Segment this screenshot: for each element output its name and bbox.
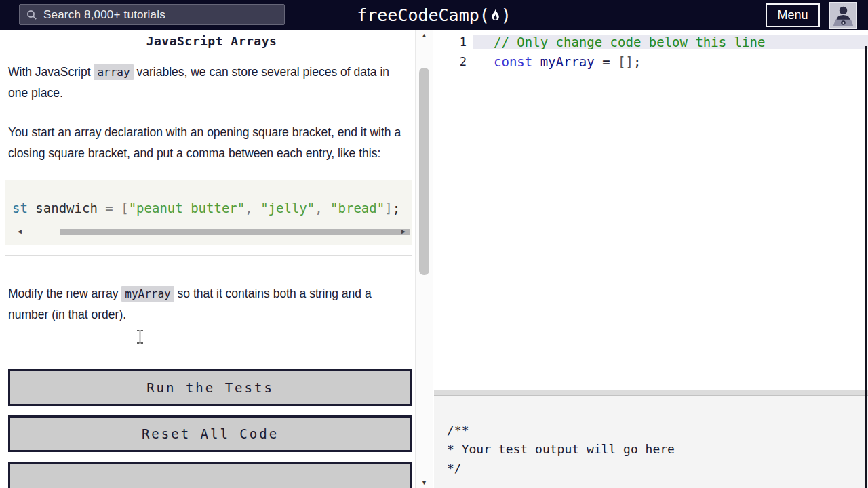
code-token: , <box>315 201 330 216</box>
logo-text-close: ) <box>501 5 511 25</box>
code-token <box>532 54 540 69</box>
output-line: */ <box>447 459 868 478</box>
scroll-right-arrow-icon[interactable]: ► <box>400 228 407 236</box>
page-scrollbar[interactable] <box>865 46 867 488</box>
code-token: "jelly" <box>260 201 315 216</box>
freecodecamp-logo[interactable]: freeCodeCamp( ) <box>357 0 511 30</box>
code-token: "bread" <box>330 201 384 216</box>
code-token: // Only change code below this line <box>494 35 765 49</box>
top-navbar: Search 8,000+ tutorials freeCodeCamp( ) … <box>0 0 868 30</box>
editor-code-line: const myArray = []; <box>473 54 868 69</box>
code-token: "peanut butter" <box>129 201 245 216</box>
paragraph-text: Modify the new array <box>8 287 121 300</box>
page-title: JavaScript Arrays <box>8 34 415 48</box>
divider <box>5 255 412 256</box>
editor-line: 1// Only change code below this line <box>434 32 868 52</box>
code-token <box>595 54 602 69</box>
code-token: myArray <box>540 54 595 69</box>
code-token <box>610 54 618 69</box>
horizontal-scrollbar-thumb[interactable] <box>60 229 410 235</box>
inline-code-array: array <box>94 64 133 80</box>
lesson-paragraph-3: Modify the new array myArray so that it … <box>8 283 410 325</box>
horizontal-scrollbar[interactable]: ◄ ► <box>12 228 412 236</box>
lesson-paragraph-2: You start an array declaration with an o… <box>8 122 410 164</box>
lesson-panel: JavaScript Arrays With JavaScript array … <box>0 30 433 488</box>
code-token <box>113 201 121 216</box>
code-token: ; <box>633 54 641 69</box>
scroll-left-arrow-icon[interactable]: ◄ <box>16 228 23 236</box>
divider <box>5 346 412 346</box>
code-token: sandwich <box>28 201 105 216</box>
example-code-block: st sandwich = ["peanut butter", "jelly",… <box>5 180 412 245</box>
avatar[interactable] <box>829 2 857 29</box>
logo-text: freeCodeCamp( <box>357 5 490 25</box>
lesson-content: JavaScript Arrays With JavaScript array … <box>0 30 415 488</box>
line-number: 1 <box>434 35 473 49</box>
ibeam-cursor <box>136 330 144 344</box>
lesson-buttons: Run the TestsReset All Code <box>8 369 415 488</box>
flame-icon <box>490 8 500 24</box>
code-token: const <box>494 54 532 69</box>
inline-code-myarray: myArray <box>121 286 174 302</box>
avatar-camper-icon <box>830 3 856 28</box>
vertical-scrollbar-thumb[interactable] <box>419 68 429 275</box>
scroll-up-arrow-icon[interactable]: ▲ <box>416 32 433 39</box>
reset-code-button[interactable]: Reset All Code <box>8 415 412 452</box>
example-code-line: st sandwich = ["peanut butter", "jelly",… <box>12 201 412 216</box>
output-line: /** <box>447 421 868 440</box>
code-token: [] <box>618 54 633 69</box>
editor-code-line: // Only change code below this line <box>473 35 868 49</box>
editor-line: 2const myArray = []; <box>434 52 868 71</box>
output-line: * Your test output will go here <box>447 440 868 459</box>
line-number: 2 <box>434 55 473 68</box>
editor-panel: 1// Only change code below this line2con… <box>434 30 868 488</box>
menu-button[interactable]: Menu <box>766 3 820 27</box>
search-placeholder: Search 8,000+ tutorials <box>43 8 165 22</box>
scroll-down-arrow-icon[interactable]: ▼ <box>416 479 433 486</box>
code-token: , <box>245 201 260 216</box>
lesson-paragraph-1: With JavaScript array variables, we can … <box>8 62 410 104</box>
panel-splitter[interactable] <box>434 390 868 396</box>
partially-visible-button[interactable] <box>8 462 412 488</box>
code-token: st <box>12 201 28 216</box>
code-token: = <box>105 201 113 216</box>
code-token: ] <box>384 201 392 216</box>
paragraph-text: With JavaScript <box>8 65 94 79</box>
code-editor[interactable]: 1// Only change code below this line2con… <box>434 30 868 389</box>
vertical-scrollbar[interactable]: ▲ ▼ <box>415 30 433 488</box>
run-tests-button[interactable]: Run the Tests <box>8 369 412 406</box>
code-token: = <box>602 54 610 69</box>
search-input[interactable]: Search 8,000+ tutorials <box>19 4 285 25</box>
code-token: [ <box>121 201 128 216</box>
test-output-panel: /*** Your test output will go here*/ <box>434 396 868 488</box>
code-token: ; <box>393 201 400 216</box>
search-icon <box>26 9 37 20</box>
